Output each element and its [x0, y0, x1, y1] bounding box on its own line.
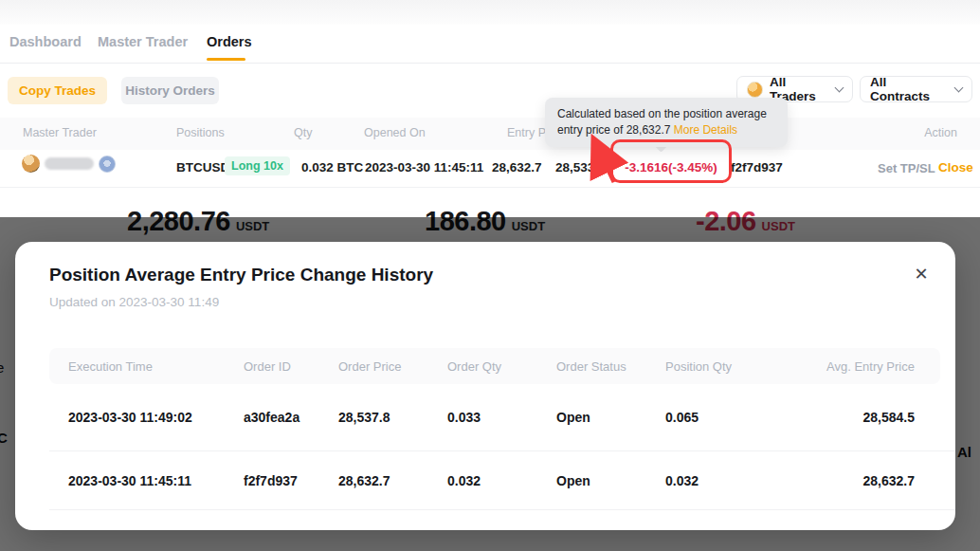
cell-order-id: f2f7d937: [244, 473, 338, 488]
cell-qty: 0.032 BTC: [301, 160, 363, 174]
cell-execution-time: 2023-03-30 11:49:02: [68, 410, 244, 425]
chevron-down-icon: [835, 83, 844, 93]
col-header-action: Action: [924, 126, 957, 139]
col-order-qty: Order Qty: [447, 359, 556, 374]
orders-table-header-bg: [0, 118, 980, 150]
cell-pnl: -3.1616(-3.45%): [610, 160, 732, 174]
cell-avg-entry-price: 28,632.7: [798, 473, 915, 488]
history-orders-button[interactable]: History Orders: [121, 77, 219, 104]
copy-trading-screen: Dashboard Master Trader Orders Copy Trad…: [0, 0, 980, 551]
col-order-status: Order Status: [556, 359, 665, 374]
modal-title: Position Average Entry Price Change Hist…: [49, 265, 433, 285]
cell-entry-price: 28,632.7: [492, 160, 542, 174]
cell-execution-time: 2023-03-30 11:45:11: [68, 473, 244, 488]
cell-order-status: Open: [556, 410, 665, 425]
col-header-qty: Qty: [294, 126, 312, 139]
row-divider: [0, 187, 980, 188]
col-header-master-trader: Master Trader: [23, 126, 97, 139]
modal-updated-timestamp: Updated on 2023-03-30 11:49: [49, 295, 219, 309]
col-position-qty: Position Qty: [665, 359, 798, 374]
cell-position-qty: 0.065: [665, 410, 798, 425]
cell-avg-entry-price: 28,584.5: [798, 410, 915, 425]
copy-trades-button[interactable]: Copy Trades: [8, 77, 107, 104]
cell-opened-on: 2023-03-30 11:45:11: [365, 160, 483, 174]
tabs-divider: [0, 63, 980, 64]
cell-order-price: 28,632.7: [338, 473, 447, 488]
cell-position-qty: 0.032: [665, 473, 798, 488]
col-execution-time: Execution Time: [68, 359, 244, 374]
cell-order-status: Open: [556, 473, 665, 488]
all-contracts-label: All Contracts: [870, 75, 949, 103]
cell-order-price: 28,537.8: [338, 410, 447, 425]
history-table-row: 2023-03-30 11:49:02 a30fea2a 28,537.8 0.…: [49, 384, 940, 450]
trader-name-blurred: [45, 157, 94, 170]
top-gradient-strip: [0, 0, 980, 25]
cell-order-qty: 0.033: [447, 410, 556, 425]
all-contracts-dropdown[interactable]: All Contracts: [860, 76, 972, 102]
history-table-row: 2023-03-30 11:45:11 f2f7d937 28,632.7 0.…: [49, 451, 940, 509]
entry-price-history-modal: Position Average Entry Price Change Hist…: [15, 242, 955, 530]
active-tab-underline: [207, 58, 245, 61]
set-tpsl-button[interactable]: Set TP/SL: [878, 161, 935, 175]
col-avg-entry-price: Avg. Entry Price: [798, 359, 915, 374]
tab-dashboard[interactable]: Dashboard: [9, 34, 82, 49]
col-header-positions: Positions: [176, 126, 225, 139]
cell-order-qty: 0.032: [447, 473, 556, 488]
master-trader-cell[interactable]: [22, 155, 116, 173]
close-position-button[interactable]: Close: [938, 160, 973, 174]
cell-order-id: f2f7d937: [731, 160, 783, 174]
col-order-id: Order ID: [244, 359, 338, 374]
tab-orders[interactable]: Orders: [207, 34, 252, 49]
modal-row-divider: [49, 509, 955, 510]
close-icon[interactable]: ✕: [908, 261, 935, 287]
trader-medal-badge-icon: [99, 156, 116, 173]
cell-order-id: a30fea2a: [244, 410, 338, 425]
tab-master-trader[interactable]: Master Trader: [98, 34, 188, 49]
history-table-header: Execution Time Order ID Order Price Orde…: [49, 348, 940, 384]
more-details-link[interactable]: More Details: [674, 123, 737, 137]
entry-price-tooltip: Calculated based on the position average…: [545, 98, 788, 147]
col-order-price: Order Price: [338, 359, 447, 374]
chevron-down-icon: [954, 83, 964, 93]
cell-mark-price: 28,533.9: [555, 160, 606, 174]
long-leverage-badge: Long 10x: [225, 156, 290, 175]
col-header-opened-on: Opened On: [364, 126, 426, 139]
trader-filter-avatar-icon: [747, 82, 763, 98]
trader-avatar: [22, 155, 40, 173]
